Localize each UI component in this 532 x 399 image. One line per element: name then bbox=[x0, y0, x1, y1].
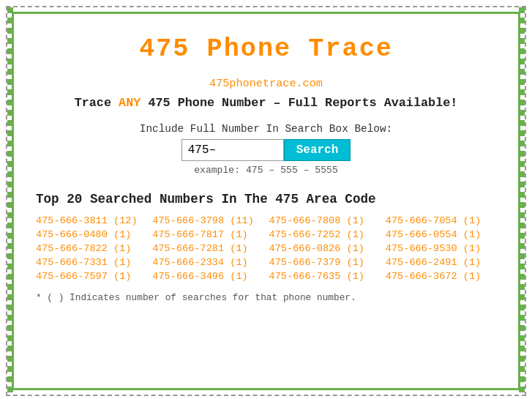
tagline-any: ANY bbox=[119, 96, 141, 110]
number-link[interactable]: 475-666-0826 (1) bbox=[269, 243, 380, 254]
number-link[interactable]: 475-666-7817 (1) bbox=[152, 229, 263, 240]
number-link[interactable]: 475-666-0554 (1) bbox=[386, 229, 496, 240]
number-link[interactable]: 475-666-3672 (1) bbox=[386, 271, 496, 282]
search-section: Include Full Number In Search Box Below:… bbox=[36, 123, 496, 176]
number-link[interactable]: 475-666-3496 (1) bbox=[152, 271, 263, 282]
number-link[interactable]: 475-666-9530 (1) bbox=[386, 243, 496, 254]
number-link[interactable]: 475-666-7379 (1) bbox=[269, 257, 380, 268]
tagline: Trace ANY 475 Phone Number – Full Report… bbox=[36, 96, 496, 110]
tagline-after: 475 Phone Number – Full Reports Availabl… bbox=[141, 96, 457, 110]
footnote: * ( ) Indicates number of searches for t… bbox=[36, 292, 496, 303]
number-link[interactable]: 475-666-7281 (1) bbox=[152, 243, 263, 254]
number-link[interactable]: 475-666-7054 (1) bbox=[386, 215, 496, 226]
number-link[interactable]: 475-666-7635 (1) bbox=[269, 271, 380, 282]
number-link[interactable]: 475-666-7597 (1) bbox=[36, 271, 146, 282]
number-link[interactable]: 475-666-3798 (11) bbox=[152, 215, 263, 226]
outer-border: 475 Phone Trace 475phonetrace.com Trace … bbox=[6, 6, 526, 396]
number-link[interactable]: 475-666-7822 (1) bbox=[36, 243, 146, 254]
number-link[interactable]: 475-666-0480 (1) bbox=[36, 229, 146, 240]
number-link[interactable]: 475-666-3811 (12) bbox=[36, 215, 146, 226]
search-button[interactable]: Search bbox=[284, 139, 351, 161]
search-label: Include Full Number In Search Box Below: bbox=[36, 123, 496, 135]
number-link[interactable]: 475-666-7331 (1) bbox=[36, 257, 146, 268]
number-link[interactable]: 475-666-2491 (1) bbox=[386, 257, 496, 268]
tagline-before: Trace bbox=[75, 96, 119, 110]
left-decorative-bar bbox=[7, 7, 13, 395]
number-link[interactable]: 475-666-2334 (1) bbox=[152, 257, 263, 268]
site-url: 475phonetrace.com bbox=[36, 77, 496, 90]
number-link[interactable]: 475-666-7252 (1) bbox=[269, 229, 380, 240]
page-title: 475 Phone Trace bbox=[36, 21, 496, 77]
inner-border: 475 Phone Trace 475phonetrace.com Trace … bbox=[12, 12, 520, 390]
top-numbers-title: Top 20 Searched Numbers In The 475 Area … bbox=[36, 192, 496, 206]
numbers-grid: 475-666-3811 (12)475-666-3798 (11)475-66… bbox=[36, 215, 496, 282]
number-link[interactable]: 475-666-7808 (1) bbox=[269, 215, 380, 226]
search-row: Search bbox=[36, 139, 496, 161]
right-decorative-bar bbox=[519, 7, 525, 395]
search-example: example: 475 – 555 – 5555 bbox=[36, 165, 496, 176]
search-input[interactable] bbox=[181, 139, 284, 161]
